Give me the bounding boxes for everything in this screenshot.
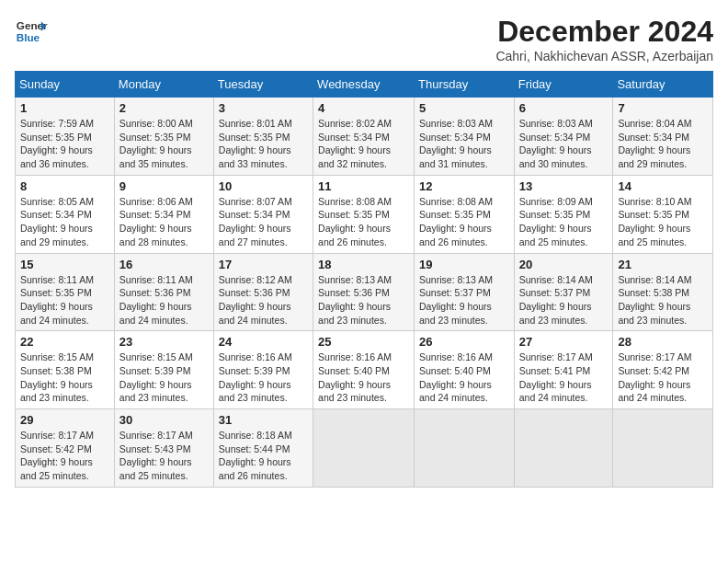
calendar-cell: 16Sunrise: 8:11 AM Sunset: 5:36 PM Dayli… bbox=[114, 253, 213, 331]
day-info: Sunrise: 8:11 AM Sunset: 5:35 PM Dayligh… bbox=[20, 273, 109, 327]
day-number: 5 bbox=[419, 101, 509, 115]
calendar-cell: 17Sunrise: 8:12 AM Sunset: 5:36 PM Dayli… bbox=[213, 253, 313, 331]
calendar-cell: 23Sunrise: 8:15 AM Sunset: 5:39 PM Dayli… bbox=[114, 331, 213, 409]
day-info: Sunrise: 8:06 AM Sunset: 5:34 PM Dayligh… bbox=[119, 195, 209, 249]
calendar-cell: 10Sunrise: 8:07 AM Sunset: 5:34 PM Dayli… bbox=[213, 175, 313, 253]
calendar-cell: 31Sunrise: 8:18 AM Sunset: 5:44 PM Dayli… bbox=[213, 409, 313, 488]
calendar-week-2: 8Sunrise: 8:05 AM Sunset: 5:34 PM Daylig… bbox=[16, 175, 713, 253]
day-info: Sunrise: 8:05 AM Sunset: 5:34 PM Dayligh… bbox=[20, 195, 109, 249]
calendar-week-4: 22Sunrise: 8:15 AM Sunset: 5:38 PM Dayli… bbox=[16, 331, 713, 409]
day-info: Sunrise: 8:17 AM Sunset: 5:42 PM Dayligh… bbox=[20, 429, 109, 483]
day-info: Sunrise: 8:00 AM Sunset: 5:35 PM Dayligh… bbox=[119, 117, 209, 171]
calendar-cell: 22Sunrise: 8:15 AM Sunset: 5:38 PM Dayli… bbox=[16, 331, 115, 409]
header-monday: Monday bbox=[114, 72, 213, 98]
calendar-cell: 13Sunrise: 8:09 AM Sunset: 5:35 PM Dayli… bbox=[514, 175, 613, 253]
calendar-cell: 12Sunrise: 8:08 AM Sunset: 5:35 PM Dayli… bbox=[415, 175, 515, 253]
day-info: Sunrise: 8:12 AM Sunset: 5:36 PM Dayligh… bbox=[219, 273, 308, 327]
header-saturday: Saturday bbox=[613, 72, 713, 98]
calendar-table: SundayMondayTuesdayWednesdayThursdayFrid… bbox=[15, 71, 713, 488]
calendar-cell: 27Sunrise: 8:17 AM Sunset: 5:41 PM Dayli… bbox=[514, 331, 613, 409]
day-number: 25 bbox=[318, 335, 409, 349]
day-info: Sunrise: 8:04 AM Sunset: 5:34 PM Dayligh… bbox=[618, 117, 708, 171]
day-info: Sunrise: 8:16 AM Sunset: 5:40 PM Dayligh… bbox=[419, 350, 509, 405]
logo-icon: General Blue bbox=[15, 15, 48, 48]
calendar-cell: 8Sunrise: 8:05 AM Sunset: 5:34 PM Daylig… bbox=[16, 175, 115, 253]
calendar-cell: 9Sunrise: 8:06 AM Sunset: 5:34 PM Daylig… bbox=[114, 175, 213, 253]
day-number: 16 bbox=[119, 258, 209, 271]
day-number: 21 bbox=[618, 258, 708, 271]
day-number: 10 bbox=[219, 179, 308, 193]
day-info: Sunrise: 8:14 AM Sunset: 5:37 PM Dayligh… bbox=[519, 273, 609, 327]
day-info: Sunrise: 8:14 AM Sunset: 5:38 PM Dayligh… bbox=[618, 273, 708, 327]
day-number: 9 bbox=[119, 179, 209, 193]
day-number: 26 bbox=[419, 335, 509, 349]
header-sunday: Sunday bbox=[16, 72, 115, 98]
calendar-cell bbox=[313, 409, 415, 488]
day-info: Sunrise: 7:59 AM Sunset: 5:35 PM Dayligh… bbox=[20, 117, 109, 171]
page-header: General Blue December 2024 Cahri, Nakhic… bbox=[15, 15, 713, 63]
day-info: Sunrise: 8:17 AM Sunset: 5:42 PM Dayligh… bbox=[618, 350, 708, 405]
day-info: Sunrise: 8:17 AM Sunset: 5:41 PM Dayligh… bbox=[519, 350, 609, 405]
calendar-cell: 1Sunrise: 7:59 AM Sunset: 5:35 PM Daylig… bbox=[16, 98, 115, 176]
calendar-cell: 15Sunrise: 8:11 AM Sunset: 5:35 PM Dayli… bbox=[16, 253, 115, 331]
calendar-week-3: 15Sunrise: 8:11 AM Sunset: 5:35 PM Dayli… bbox=[16, 253, 713, 331]
day-info: Sunrise: 8:07 AM Sunset: 5:34 PM Dayligh… bbox=[219, 195, 308, 249]
calendar-week-1: 1Sunrise: 7:59 AM Sunset: 5:35 PM Daylig… bbox=[16, 98, 713, 176]
day-number: 28 bbox=[618, 335, 708, 349]
day-info: Sunrise: 8:08 AM Sunset: 5:35 PM Dayligh… bbox=[318, 195, 409, 249]
month-year-title: December 2024 bbox=[495, 15, 713, 49]
calendar-cell: 5Sunrise: 8:03 AM Sunset: 5:34 PM Daylig… bbox=[415, 98, 515, 176]
day-info: Sunrise: 8:16 AM Sunset: 5:39 PM Dayligh… bbox=[219, 350, 308, 405]
day-number: 24 bbox=[219, 335, 308, 349]
calendar-cell bbox=[613, 409, 713, 488]
title-area: December 2024 Cahri, Nakhichevan ASSR, A… bbox=[495, 15, 713, 63]
day-number: 17 bbox=[219, 258, 308, 271]
day-info: Sunrise: 8:03 AM Sunset: 5:34 PM Dayligh… bbox=[519, 117, 609, 171]
calendar-cell: 30Sunrise: 8:17 AM Sunset: 5:43 PM Dayli… bbox=[114, 409, 213, 488]
calendar-cell: 4Sunrise: 8:02 AM Sunset: 5:34 PM Daylig… bbox=[313, 98, 415, 176]
calendar-cell: 20Sunrise: 8:14 AM Sunset: 5:37 PM Dayli… bbox=[514, 253, 613, 331]
day-info: Sunrise: 8:15 AM Sunset: 5:39 PM Dayligh… bbox=[119, 350, 209, 405]
calendar-cell: 6Sunrise: 8:03 AM Sunset: 5:34 PM Daylig… bbox=[514, 98, 613, 176]
day-number: 22 bbox=[20, 335, 109, 349]
day-number: 12 bbox=[419, 179, 509, 193]
logo: General Blue bbox=[15, 15, 48, 48]
day-number: 18 bbox=[318, 258, 409, 271]
day-info: Sunrise: 8:08 AM Sunset: 5:35 PM Dayligh… bbox=[419, 195, 509, 249]
day-number: 27 bbox=[519, 335, 609, 349]
calendar-cell: 28Sunrise: 8:17 AM Sunset: 5:42 PM Dayli… bbox=[613, 331, 713, 409]
calendar-cell: 2Sunrise: 8:00 AM Sunset: 5:35 PM Daylig… bbox=[114, 98, 213, 176]
day-info: Sunrise: 8:13 AM Sunset: 5:37 PM Dayligh… bbox=[419, 273, 509, 327]
day-number: 30 bbox=[119, 413, 209, 427]
calendar-header-row: SundayMondayTuesdayWednesdayThursdayFrid… bbox=[16, 72, 713, 98]
day-info: Sunrise: 8:10 AM Sunset: 5:35 PM Dayligh… bbox=[618, 195, 708, 249]
calendar-cell: 29Sunrise: 8:17 AM Sunset: 5:42 PM Dayli… bbox=[16, 409, 115, 488]
day-number: 23 bbox=[119, 335, 209, 349]
calendar-cell: 24Sunrise: 8:16 AM Sunset: 5:39 PM Dayli… bbox=[213, 331, 313, 409]
svg-text:Blue: Blue bbox=[17, 31, 40, 43]
calendar-cell: 14Sunrise: 8:10 AM Sunset: 5:35 PM Dayli… bbox=[613, 175, 713, 253]
day-info: Sunrise: 8:18 AM Sunset: 5:44 PM Dayligh… bbox=[219, 429, 308, 483]
calendar-cell: 21Sunrise: 8:14 AM Sunset: 5:38 PM Dayli… bbox=[613, 253, 713, 331]
calendar-cell bbox=[415, 409, 515, 488]
day-info: Sunrise: 8:09 AM Sunset: 5:35 PM Dayligh… bbox=[519, 195, 609, 249]
calendar-cell: 18Sunrise: 8:13 AM Sunset: 5:36 PM Dayli… bbox=[313, 253, 415, 331]
day-info: Sunrise: 8:11 AM Sunset: 5:36 PM Dayligh… bbox=[119, 273, 209, 327]
day-number: 1 bbox=[20, 101, 109, 115]
day-number: 4 bbox=[318, 101, 409, 115]
calendar-cell: 11Sunrise: 8:08 AM Sunset: 5:35 PM Dayli… bbox=[313, 175, 415, 253]
header-friday: Friday bbox=[514, 72, 613, 98]
day-number: 2 bbox=[119, 101, 209, 115]
day-number: 15 bbox=[20, 258, 109, 271]
day-number: 8 bbox=[20, 179, 109, 193]
day-number: 7 bbox=[618, 101, 708, 115]
day-number: 14 bbox=[618, 179, 708, 193]
day-info: Sunrise: 8:03 AM Sunset: 5:34 PM Dayligh… bbox=[419, 117, 509, 171]
day-info: Sunrise: 8:17 AM Sunset: 5:43 PM Dayligh… bbox=[119, 429, 209, 483]
location-subtitle: Cahri, Nakhichevan ASSR, Azerbaijan bbox=[495, 49, 713, 63]
day-info: Sunrise: 8:13 AM Sunset: 5:36 PM Dayligh… bbox=[318, 273, 409, 327]
day-number: 13 bbox=[519, 179, 609, 193]
header-thursday: Thursday bbox=[415, 72, 515, 98]
day-number: 20 bbox=[519, 258, 609, 271]
calendar-body: 1Sunrise: 7:59 AM Sunset: 5:35 PM Daylig… bbox=[16, 98, 713, 488]
